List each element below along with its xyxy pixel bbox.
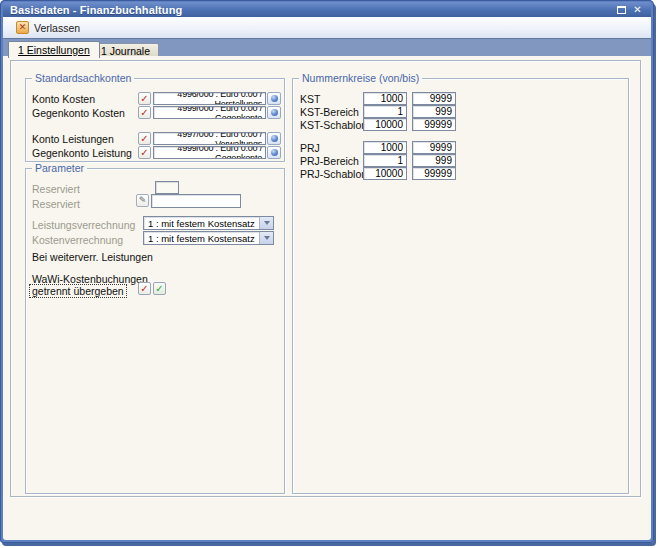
kst-bereich-bis-input[interactable]: [412, 105, 456, 118]
label-gegenkonto-kosten: Gegenkonto Kosten: [32, 107, 125, 119]
edit-check-icon: ✓: [140, 133, 148, 143]
prj-bis-input[interactable]: [412, 141, 456, 154]
label-kostenverrechnung: Kostenverrechnung: [32, 234, 123, 246]
kst-schablone-bis-input[interactable]: [412, 118, 456, 131]
dropdown-button[interactable]: [259, 232, 273, 244]
dropdown-button[interactable]: [259, 217, 273, 229]
edit-note-icon: ✎: [139, 196, 147, 205]
group-parameter-title: Parameter: [32, 162, 87, 175]
lookup-icon: [271, 149, 278, 156]
close-icon: ✕: [633, 5, 641, 15]
field-gegenkonto-leistung[interactable]: 4999/000 : Euro 0.00 / Gegenkonto: [153, 146, 266, 159]
lookup-button-konto-leistungen[interactable]: [267, 132, 281, 145]
edit-check-button-gegenkonto-kosten[interactable]: ✓: [138, 106, 151, 119]
label-prj-bereich: PRJ-Bereich: [300, 155, 359, 167]
lookup-button-gegenkonto-leistung[interactable]: [267, 146, 281, 159]
edit-check-icon: ✓: [140, 283, 148, 293]
chevron-down-icon: [264, 221, 270, 225]
app-window: Basisdaten - Finanzbuchhaltung ✕ ✕ Verla…: [0, 0, 654, 543]
label-kst: KST: [300, 93, 320, 105]
field-gegenkonto-kosten[interactable]: 4999/000 : Euro 0.00 / Gegenkonto: [153, 106, 266, 119]
window-title: Basisdaten - Finanzbuchhaltung: [3, 4, 182, 16]
prj-bereich-von-input[interactable]: [363, 154, 407, 167]
kst-von-input[interactable]: [363, 92, 407, 105]
tab-einstellungen-label: 1 Einstellungen: [18, 44, 90, 56]
prj-schablone-von-input[interactable]: [363, 167, 407, 180]
prj-schablone-bis-input[interactable]: [412, 167, 456, 180]
label-getrennt-uebergeben: getrennt übergeben: [29, 284, 127, 298]
lookup-button-konto-kosten[interactable]: [267, 92, 281, 105]
leistungsverrechnung-value: 1 : mit festem Kostensatz: [144, 217, 259, 229]
edit-check-button-konto-kosten[interactable]: ✓: [138, 92, 151, 105]
edit-check-icon: ✓: [140, 107, 148, 117]
field-konto-leistungen[interactable]: 4997/000 : Euro 0.00 / Verwaltungs: [153, 132, 266, 145]
restore-icon: [617, 6, 626, 14]
edit-check-button-gegenkonto-leistung[interactable]: ✓: [138, 146, 151, 159]
label-konto-kosten: Konto Kosten: [32, 93, 95, 105]
close-button[interactable]: ✕: [632, 5, 643, 15]
tab-strip: 1 Einstellungen 1 Journale: [3, 38, 651, 57]
toolbar: ✕ Verlassen: [3, 17, 651, 39]
reserviert-1-input[interactable]: [155, 181, 179, 194]
label-prj: PRJ: [300, 142, 320, 154]
label-kst-bereich: KST-Bereich: [300, 106, 359, 118]
prj-bereich-bis-input[interactable]: [412, 154, 456, 167]
label-reserviert-1: Reserviert: [32, 183, 80, 195]
lookup-icon: [271, 95, 278, 102]
prj-von-input[interactable]: [363, 141, 407, 154]
edit-check-icon: ✓: [140, 93, 148, 103]
edit-check-icon: ✓: [140, 147, 148, 157]
lookup-icon: [271, 135, 278, 142]
edit-check-button-konto-leistungen[interactable]: ✓: [138, 132, 151, 145]
edit-note-button[interactable]: ✎: [136, 194, 149, 207]
title-bar: Basisdaten - Finanzbuchhaltung ✕: [3, 2, 651, 17]
checkbox-checked-icon: ✓: [155, 283, 163, 293]
group-standardsachkonten-title: Standardsachkonten: [32, 72, 134, 85]
leistungsverrechnung-dropdown[interactable]: 1 : mit festem Kostensatz: [143, 216, 274, 230]
group-nummernkreise-title: Nummernkreise (von/bis): [299, 72, 422, 85]
restore-button[interactable]: [616, 5, 627, 15]
kst-bis-input[interactable]: [412, 92, 456, 105]
kst-bereich-von-input[interactable]: [363, 105, 407, 118]
kostenverrechnung-value: 1 : mit festem Kostensatz: [144, 232, 259, 244]
exit-icon: ✕: [16, 21, 29, 34]
label-gegenkonto-leistung: Gegenkonto Leistung: [32, 147, 132, 159]
verlassen-button[interactable]: ✕ Verlassen: [11, 19, 85, 36]
verlassen-label: Verlassen: [34, 22, 80, 34]
tab-einstellungen[interactable]: 1 Einstellungen: [8, 41, 100, 58]
lookup-button-gegenkonto-kosten[interactable]: [267, 106, 281, 119]
chevron-down-icon: [264, 236, 270, 240]
kostenverrechnung-dropdown[interactable]: 1 : mit festem Kostensatz: [143, 231, 274, 245]
label-konto-leistungen: Konto Leistungen: [32, 133, 114, 145]
group-nummernkreise: Nummernkreise (von/bis): [292, 78, 629, 494]
kst-schablone-von-input[interactable]: [363, 118, 407, 131]
label-reserviert-2: Reserviert: [32, 198, 80, 210]
label-bei-weiterverr-leistungen: Bei weiterverr. Leistungen: [32, 251, 153, 263]
reserviert-2-input[interactable]: [151, 194, 241, 208]
wawi-checkbox[interactable]: ✓: [153, 282, 166, 295]
field-konto-kosten[interactable]: 4996/000 : Euro 0.00 / Herstellungs: [153, 92, 266, 105]
edit-check-button-wawi[interactable]: ✓: [138, 282, 151, 295]
lookup-icon: [271, 109, 278, 116]
label-leistungsverrechnung: Leistungsverrechnung: [32, 219, 135, 231]
